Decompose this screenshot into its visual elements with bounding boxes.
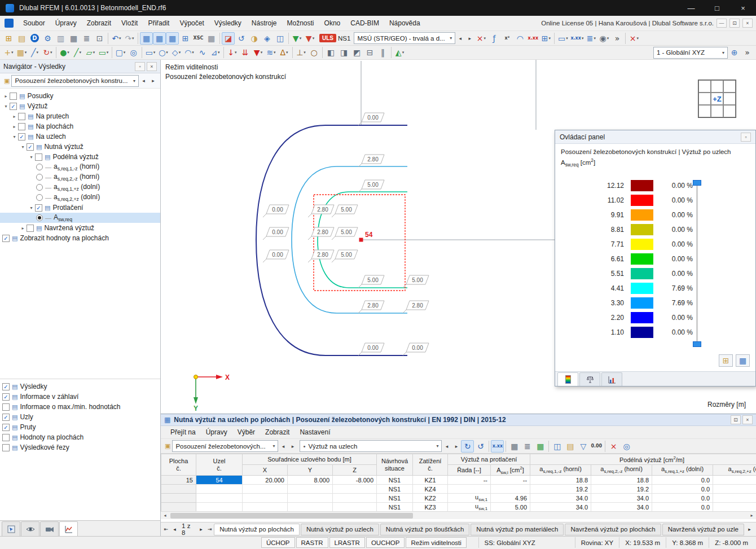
table-cell[interactable] bbox=[161, 494, 196, 503]
col-plocha[interactable]: Plochač. bbox=[161, 454, 196, 476]
col-sub[interactable]: Z bbox=[333, 465, 377, 476]
table-cell[interactable]: 4.96 bbox=[491, 494, 530, 503]
viewcube-cell[interactable] bbox=[723, 80, 736, 93]
checkbox-checked[interactable]: ✓ bbox=[18, 133, 25, 140]
table-design-combo[interactable]: Posouzení železobetonových... ▾ bbox=[172, 440, 278, 452]
result-table[interactable]: Plochač.Uzelč.Souřadnice uzlového bodu [… bbox=[161, 454, 756, 511]
checkbox-unchecked[interactable] bbox=[2, 403, 10, 411]
table-cell[interactable]: 0.0 bbox=[713, 494, 756, 503]
viewcube-cell[interactable] bbox=[698, 105, 711, 117]
navigator-pin-button[interactable]: ▫ bbox=[135, 62, 145, 71]
tree-item[interactable]: ▸▤Posudky bbox=[0, 91, 160, 101]
result-filter-button[interactable]: x.xx bbox=[491, 440, 504, 453]
tree-item[interactable]: —as,req,2,-z (horní) bbox=[0, 172, 160, 182]
temperature-load-button[interactable]: Δ▾ bbox=[278, 46, 291, 59]
table-prev-design-button[interactable]: ◂ bbox=[278, 440, 288, 452]
delete-table-results-button[interactable]: × bbox=[607, 440, 620, 453]
tree-item[interactable]: ✓▤Výsledky bbox=[0, 381, 160, 392]
free-load-button[interactable]: ≋▾ bbox=[265, 46, 278, 59]
scroll-tabs-right-button[interactable]: ▸ bbox=[745, 524, 754, 535]
table-cell[interactable]: NS1 bbox=[377, 494, 413, 503]
viewcube-cell-z[interactable]: +Z bbox=[711, 93, 723, 105]
surface-edge-outer[interactable] bbox=[256, 125, 407, 355]
col-protlaceni[interactable]: Výztuž na protlačení bbox=[448, 454, 530, 465]
draw-triangle-button[interactable]: ⊿▾ bbox=[209, 46, 222, 59]
base-data-gear-button[interactable]: ⚙ bbox=[41, 32, 54, 45]
status-toggle[interactable]: OUCHOP bbox=[366, 537, 405, 548]
table-cell[interactable]: usw,1 bbox=[448, 494, 491, 503]
table-cell[interactable] bbox=[161, 503, 196, 511]
menu-item-v-po-et[interactable]: Výpočet bbox=[174, 16, 209, 31]
save-button[interactable]: ▦ bbox=[67, 32, 80, 45]
table-cell[interactable]: 0.0 bbox=[652, 494, 713, 503]
tree-item[interactable]: ✓▤Uzly bbox=[0, 412, 160, 422]
table-views-button[interactable]: ▦ bbox=[508, 440, 521, 453]
table-cell[interactable] bbox=[333, 503, 377, 511]
last-table-button[interactable]: ⇥ bbox=[205, 524, 214, 535]
menu-item-mo-nosti[interactable]: Možnosti bbox=[282, 16, 319, 31]
exponent-format-button[interactable]: x² bbox=[500, 32, 513, 45]
table-cell[interactable]: 54 bbox=[196, 476, 243, 485]
table-cell[interactable]: 34.0 bbox=[591, 494, 652, 503]
col-zatizeni[interactable]: Zatíženíč. bbox=[413, 454, 448, 476]
tree-item[interactable]: ▤Hodnoty na plochách bbox=[0, 432, 160, 442]
table-cell[interactable]: KZ4 bbox=[413, 485, 448, 494]
isometric-view-button[interactable]: ◈ bbox=[261, 32, 274, 45]
calculation-fx-button[interactable]: ƒ bbox=[487, 32, 500, 45]
scale-edit-button[interactable]: ▦ bbox=[736, 354, 750, 367]
table-cell[interactable]: NS1 bbox=[377, 485, 413, 494]
export-button[interactable]: ⊡ bbox=[93, 32, 106, 45]
table-tab[interactable]: Nutná výztuž po uzlech bbox=[301, 524, 379, 535]
radio-unselected[interactable] bbox=[36, 184, 43, 191]
table-cell[interactable]: -- bbox=[448, 476, 491, 485]
table-cell[interactable]: 15 bbox=[161, 476, 196, 485]
tab-factors[interactable] bbox=[579, 372, 600, 386]
tree-item[interactable]: —as,req,1,+z (dolní) bbox=[0, 182, 160, 192]
checkbox-unchecked[interactable] bbox=[2, 444, 10, 451]
table-cell[interactable] bbox=[333, 485, 377, 494]
doc-restore-button[interactable]: ⊡ bbox=[729, 19, 740, 28]
viewcube-cell[interactable] bbox=[723, 93, 736, 105]
checkbox-checked[interactable]: ✓ bbox=[35, 204, 42, 212]
viewcube-cell[interactable] bbox=[711, 80, 723, 93]
draw-spline-button[interactable]: ∿ bbox=[196, 46, 209, 59]
table-close-button[interactable]: × bbox=[742, 415, 753, 424]
hinge-button[interactable]: ○ bbox=[307, 46, 320, 59]
print-table-button[interactable]: ≣ bbox=[521, 440, 534, 453]
menu-item-cad-bim[interactable]: CAD-BIM bbox=[345, 16, 384, 31]
viewcube-cell[interactable] bbox=[698, 93, 711, 105]
col-sub[interactable]: X bbox=[243, 465, 288, 476]
tab-filter-chart[interactable] bbox=[601, 372, 622, 386]
visibility-mode-button[interactable]: ◪ bbox=[222, 32, 235, 45]
radio-unselected[interactable] bbox=[36, 164, 43, 170]
panel-pin-button[interactable]: ▫ bbox=[741, 133, 751, 142]
scrollbar-thumb[interactable] bbox=[170, 513, 413, 519]
col-sub[interactable]: as,req,2,-z (horní) bbox=[591, 465, 652, 476]
first-table-button[interactable]: ⇤ bbox=[162, 524, 170, 535]
next-design-button[interactable]: ▸ bbox=[148, 75, 158, 87]
table-cell[interactable]: KZ3 bbox=[413, 503, 448, 511]
checkbox-unchecked[interactable] bbox=[10, 93, 17, 100]
support-button[interactable]: ⊥▾ bbox=[295, 46, 307, 59]
next-situation-button[interactable]: ▸ bbox=[465, 32, 474, 44]
radio-unselected[interactable] bbox=[36, 174, 43, 181]
menu-item-okno[interactable]: Okno bbox=[319, 16, 346, 31]
edit-objects-button[interactable]: ╱▾ bbox=[28, 46, 41, 59]
checkbox-checked[interactable]: ✓ bbox=[2, 414, 10, 421]
new-table-button[interactable]: ▦ bbox=[205, 32, 218, 45]
tree-item[interactable]: ▤Informace o max./min. hodnotách bbox=[0, 402, 160, 412]
viewcube-cell[interactable] bbox=[711, 105, 723, 117]
status-toggle[interactable]: ÚCHOP bbox=[261, 537, 295, 548]
tree-item[interactable]: ✓▤Informace v záhlaví bbox=[0, 392, 160, 402]
menu-item-v-b-r[interactable]: Výběr bbox=[232, 428, 260, 436]
table-cell[interactable]: 5.00 bbox=[491, 503, 530, 511]
user-coordinate-system-button[interactable]: ⊕ bbox=[728, 46, 741, 59]
camera-snapshot-button[interactable]: ◉▾ bbox=[597, 32, 610, 45]
table-cell[interactable]: 19.2 bbox=[530, 485, 591, 494]
show-result-values-button[interactable]: ▼▾ bbox=[304, 32, 317, 45]
navigator-close-button[interactable]: × bbox=[147, 62, 157, 71]
clip-left-button[interactable]: ◧ bbox=[324, 46, 337, 59]
filter-rows-button[interactable]: ▽ bbox=[577, 440, 590, 453]
table-cell[interactable] bbox=[243, 485, 288, 494]
table-cell[interactable]: 19.2 bbox=[591, 485, 652, 494]
